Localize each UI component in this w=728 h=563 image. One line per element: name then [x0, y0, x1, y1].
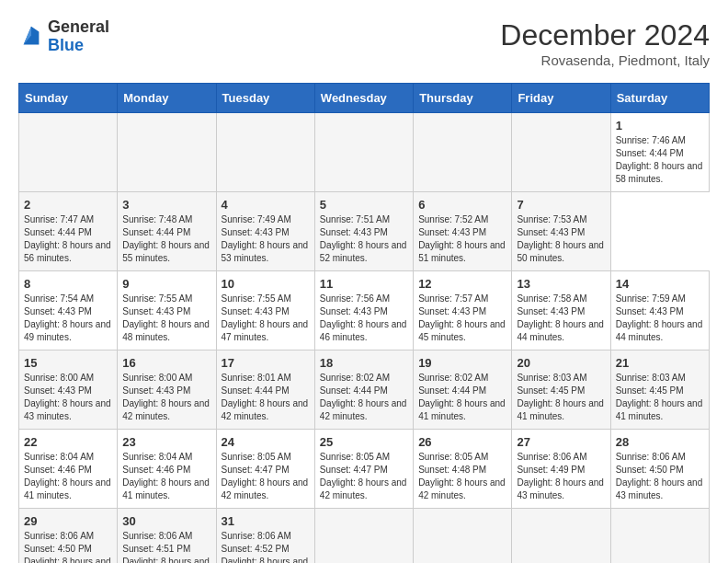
- cell-content: Sunrise: 7:57 AMSunset: 4:43 PMDaylight:…: [418, 293, 506, 344]
- day-number: 11: [320, 277, 408, 291]
- calendar-cell: 2Sunrise: 7:47 AMSunset: 4:44 PMDaylight…: [19, 192, 118, 271]
- calendar-cell: 5Sunrise: 7:51 AMSunset: 4:43 PMDaylight…: [314, 192, 413, 271]
- cell-content: Sunrise: 7:55 AMSunset: 4:43 PMDaylight:…: [122, 293, 210, 344]
- calendar-cell: 11Sunrise: 7:56 AMSunset: 4:43 PMDayligh…: [314, 271, 413, 350]
- page-header: General Blue December 2024 Rovasenda, Pi…: [18, 18, 710, 68]
- calendar-cell: [610, 509, 709, 564]
- cell-content: Sunrise: 7:53 AMSunset: 4:43 PMDaylight:…: [517, 213, 605, 265]
- calendar-cell: [314, 509, 413, 564]
- cell-content: Sunrise: 7:59 AMSunset: 4:43 PMDaylight:…: [616, 293, 704, 344]
- week-row-5: 22Sunrise: 8:04 AMSunset: 4:46 PMDayligh…: [19, 430, 710, 509]
- day-number: 18: [320, 356, 408, 370]
- calendar-cell: 19Sunrise: 8:02 AMSunset: 4:44 PMDayligh…: [414, 350, 512, 430]
- header-day-thursday: Thursday: [414, 84, 512, 113]
- week-row-3: 8Sunrise: 7:54 AMSunset: 4:43 PMDaylight…: [19, 271, 710, 350]
- cell-content: Sunrise: 8:05 AMSunset: 4:47 PMDaylight:…: [222, 451, 310, 502]
- logo-text-general: General: [48, 17, 109, 36]
- day-number: 23: [122, 435, 210, 449]
- calendar-cell: 26Sunrise: 8:05 AMSunset: 4:48 PMDayligh…: [414, 430, 512, 509]
- day-number: 16: [122, 356, 210, 370]
- day-number: 5: [320, 198, 408, 212]
- cell-content: Sunrise: 7:46 AMSunset: 4:44 PMDaylight:…: [616, 134, 704, 186]
- day-number: 19: [418, 356, 506, 370]
- calendar-cell: 4Sunrise: 7:49 AMSunset: 4:43 PMDaylight…: [216, 192, 314, 271]
- day-number: 29: [24, 514, 112, 528]
- calendar-cell: 6Sunrise: 7:52 AMSunset: 4:43 PMDaylight…: [414, 192, 512, 271]
- calendar-cell: [414, 509, 512, 564]
- calendar-cell: 17Sunrise: 8:01 AMSunset: 4:44 PMDayligh…: [216, 350, 314, 430]
- day-number: 13: [517, 277, 605, 291]
- calendar-cell: [512, 509, 610, 564]
- cell-content: Sunrise: 8:04 AMSunset: 4:46 PMDaylight:…: [24, 451, 112, 502]
- cell-content: Sunrise: 7:58 AMSunset: 4:43 PMDaylight:…: [517, 293, 605, 344]
- cell-content: Sunrise: 8:06 AMSunset: 4:49 PMDaylight:…: [517, 451, 605, 502]
- cell-content: Sunrise: 8:02 AMSunset: 4:44 PMDaylight:…: [418, 372, 506, 423]
- cell-content: Sunrise: 8:06 AMSunset: 4:50 PMDaylight:…: [24, 530, 112, 563]
- calendar-cell: 18Sunrise: 8:02 AMSunset: 4:44 PMDayligh…: [314, 350, 413, 430]
- day-number: 3: [122, 198, 210, 212]
- logo-icon: [18, 24, 44, 50]
- day-number: 27: [517, 435, 605, 449]
- calendar-cell: 23Sunrise: 8:04 AMSunset: 4:46 PMDayligh…: [118, 430, 216, 509]
- calendar-cell: 15Sunrise: 8:00 AMSunset: 4:43 PMDayligh…: [19, 350, 118, 430]
- calendar-cell: 25Sunrise: 8:05 AMSunset: 4:47 PMDayligh…: [314, 430, 413, 509]
- calendar-table: SundayMondayTuesdayWednesdayThursdayFrid…: [18, 83, 710, 563]
- day-number: 9: [122, 277, 210, 291]
- day-number: 4: [222, 198, 310, 212]
- header-day-saturday: Saturday: [610, 84, 709, 113]
- calendar-cell: 16Sunrise: 8:00 AMSunset: 4:43 PMDayligh…: [118, 350, 216, 430]
- header-day-wednesday: Wednesday: [314, 84, 413, 113]
- cell-content: Sunrise: 7:47 AMSunset: 4:44 PMDaylight:…: [24, 213, 112, 265]
- logo: General Blue: [18, 18, 109, 55]
- day-number: 12: [418, 277, 506, 291]
- day-number: 26: [418, 435, 506, 449]
- header-row: SundayMondayTuesdayWednesdayThursdayFrid…: [19, 84, 710, 113]
- calendar-cell: 29Sunrise: 8:06 AMSunset: 4:50 PMDayligh…: [19, 509, 118, 564]
- cell-content: Sunrise: 8:03 AMSunset: 4:45 PMDaylight:…: [616, 372, 704, 423]
- calendar-cell: [414, 113, 512, 192]
- cell-content: Sunrise: 8:02 AMSunset: 4:44 PMDaylight:…: [320, 372, 408, 423]
- calendar-cell: 22Sunrise: 8:04 AMSunset: 4:46 PMDayligh…: [19, 430, 118, 509]
- header-day-monday: Monday: [118, 84, 216, 113]
- week-row-2: 2Sunrise: 7:47 AMSunset: 4:44 PMDaylight…: [19, 192, 710, 271]
- cell-content: Sunrise: 8:00 AMSunset: 4:43 PMDaylight:…: [122, 372, 210, 423]
- day-number: 1: [616, 119, 704, 132]
- calendar-cell: [512, 113, 610, 192]
- cell-content: Sunrise: 8:05 AMSunset: 4:48 PMDaylight:…: [418, 451, 506, 502]
- cell-content: Sunrise: 8:06 AMSunset: 4:50 PMDaylight:…: [616, 451, 704, 502]
- cell-content: Sunrise: 7:49 AMSunset: 4:43 PMDaylight:…: [222, 213, 310, 265]
- week-row-1: 1Sunrise: 7:46 AMSunset: 4:44 PMDaylight…: [19, 113, 710, 192]
- calendar-cell: 21Sunrise: 8:03 AMSunset: 4:45 PMDayligh…: [610, 350, 709, 430]
- header-day-sunday: Sunday: [19, 84, 118, 113]
- day-number: 17: [222, 356, 310, 370]
- calendar-cell: 13Sunrise: 7:58 AMSunset: 4:43 PMDayligh…: [512, 271, 610, 350]
- day-number: 7: [517, 198, 605, 212]
- cell-content: Sunrise: 8:06 AMSunset: 4:52 PMDaylight:…: [222, 530, 310, 563]
- month-title: December 2024: [500, 18, 710, 52]
- calendar-cell: 14Sunrise: 7:59 AMSunset: 4:43 PMDayligh…: [610, 271, 709, 350]
- day-number: 22: [24, 435, 112, 449]
- location-title: Rovasenda, Piedmont, Italy: [500, 52, 710, 68]
- calendar-cell: [118, 113, 216, 192]
- title-area: December 2024 Rovasenda, Piedmont, Italy: [500, 18, 710, 68]
- day-number: 30: [122, 514, 210, 528]
- week-row-6: 29Sunrise: 8:06 AMSunset: 4:50 PMDayligh…: [19, 509, 710, 564]
- calendar-cell: 30Sunrise: 8:06 AMSunset: 4:51 PMDayligh…: [118, 509, 216, 564]
- cell-content: Sunrise: 8:04 AMSunset: 4:46 PMDaylight:…: [122, 451, 210, 502]
- header-day-friday: Friday: [512, 84, 610, 113]
- calendar-cell: 12Sunrise: 7:57 AMSunset: 4:43 PMDayligh…: [414, 271, 512, 350]
- calendar-cell: 9Sunrise: 7:55 AMSunset: 4:43 PMDaylight…: [118, 271, 216, 350]
- cell-content: Sunrise: 7:51 AMSunset: 4:43 PMDaylight:…: [320, 213, 408, 265]
- calendar-cell: 24Sunrise: 8:05 AMSunset: 4:47 PMDayligh…: [216, 430, 314, 509]
- calendar-cell: 20Sunrise: 8:03 AMSunset: 4:45 PMDayligh…: [512, 350, 610, 430]
- day-number: 25: [320, 435, 408, 449]
- cell-content: Sunrise: 7:56 AMSunset: 4:43 PMDaylight:…: [320, 293, 408, 344]
- calendar-cell: 28Sunrise: 8:06 AMSunset: 4:50 PMDayligh…: [610, 430, 709, 509]
- calendar-cell: [19, 113, 118, 192]
- cell-content: Sunrise: 8:05 AMSunset: 4:47 PMDaylight:…: [320, 451, 408, 502]
- day-number: 24: [222, 435, 310, 449]
- day-number: 31: [222, 514, 310, 528]
- day-number: 21: [616, 356, 704, 370]
- calendar-cell: 27Sunrise: 8:06 AMSunset: 4:49 PMDayligh…: [512, 430, 610, 509]
- calendar-cell: [314, 113, 413, 192]
